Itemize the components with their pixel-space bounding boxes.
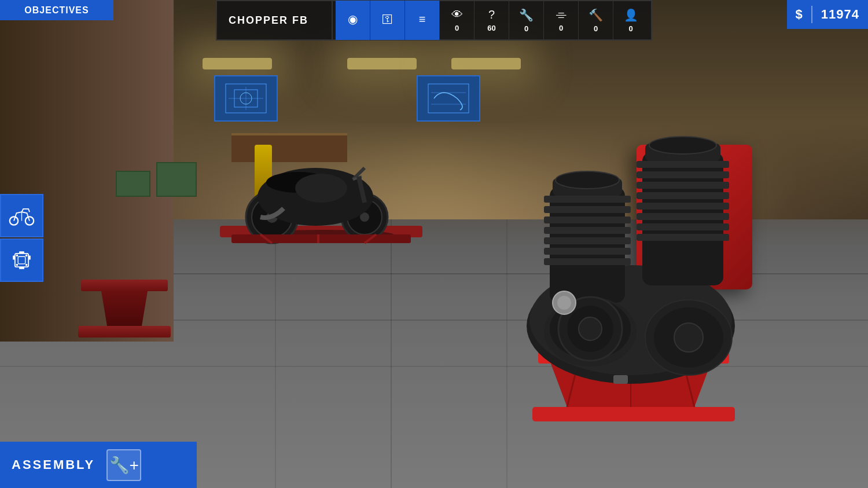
money-amount: 11974 — [821, 7, 859, 22]
engine-icon — [9, 247, 35, 273]
character-count: 0 — [628, 24, 632, 33]
inspect-count: 0 — [455, 24, 459, 32]
svg-rect-47 — [637, 182, 729, 189]
hammer-button[interactable]: 🔨0 — [579, 1, 613, 40]
svg-rect-37 — [544, 217, 631, 223]
ceiling-light-3 — [451, 58, 521, 69]
hammer-count: 0 — [594, 24, 598, 33]
svg-rect-65 — [613, 375, 628, 384]
svg-rect-41 — [544, 258, 631, 265]
svg-rect-45 — [637, 161, 729, 168]
svg-rect-35 — [544, 196, 631, 203]
headlights-icon: ◉ — [348, 12, 358, 26]
ceiling-light-2 — [347, 58, 417, 69]
help-count: 60 — [487, 24, 495, 32]
svg-rect-38 — [544, 227, 631, 234]
inspect-icon: 👁 — [451, 8, 463, 21]
tool-bar: ◉⚿≡👁0?60🔧0⌯0🔨0👤0 — [332, 0, 652, 41]
motorcycle-icon — [9, 203, 35, 229]
keys-button[interactable]: ⚿ — [370, 1, 405, 40]
engine-view-button[interactable] — [0, 239, 43, 282]
assembly-bar[interactable]: ASSEMBLY 🔧+ — [0, 442, 197, 488]
svg-rect-51 — [637, 223, 729, 230]
svg-rect-22 — [231, 234, 411, 243]
assembly-icon-box: 🔧+ — [106, 449, 141, 481]
svg-point-75 — [16, 264, 19, 266]
storage-box-2 — [116, 171, 150, 197]
motorcycle-on-lift — [214, 127, 434, 255]
motorcycle-view-button[interactable] — [0, 194, 43, 237]
svg-point-54 — [649, 137, 716, 154]
inspect-button[interactable]: 👁0 — [440, 1, 475, 40]
assembly-icon: 🔧+ — [109, 456, 139, 475]
keys-icon: ⚿ — [382, 13, 393, 26]
money-separator — [811, 6, 812, 23]
game-viewport — [0, 0, 868, 488]
measure-button[interactable]: ⌯0 — [544, 1, 579, 40]
svg-rect-39 — [544, 237, 631, 244]
svg-point-64 — [557, 296, 571, 310]
storage-box-1 — [156, 162, 197, 197]
svg-rect-40 — [544, 248, 631, 255]
svg-rect-78 — [19, 267, 24, 269]
svg-rect-26 — [532, 407, 735, 421]
svg-rect-34 — [550, 187, 625, 303]
svg-point-62 — [674, 323, 703, 352]
measure-count: 0 — [559, 24, 563, 32]
svg-rect-77 — [19, 251, 24, 254]
svg-rect-71 — [13, 255, 15, 259]
top-hud-bar: CHOPPER FB ◉⚿≡👁0?60🔧0⌯0🔨0👤0 — [216, 0, 652, 41]
parts-list-icon: ≡ — [419, 13, 426, 26]
money-display: $ 11974 — [787, 0, 868, 29]
help-button[interactable]: ?60 — [475, 1, 509, 40]
help-icon: ? — [488, 8, 495, 21]
svg-rect-70 — [18, 256, 25, 264]
repair-button[interactable]: 🔧0 — [509, 1, 544, 40]
measure-icon: ⌯ — [556, 8, 567, 21]
svg-rect-46 — [637, 171, 729, 178]
svg-rect-48 — [637, 192, 729, 199]
objectives-button[interactable]: Objectives — [0, 0, 113, 20]
engine-on-stand — [463, 83, 810, 488]
parts-list-button[interactable]: ≡ — [405, 1, 440, 40]
svg-rect-49 — [637, 203, 729, 210]
repair-count: 0 — [524, 24, 528, 33]
svg-point-74 — [25, 255, 28, 257]
svg-point-76 — [25, 264, 28, 266]
svg-rect-52 — [637, 234, 729, 241]
left-side-panel — [0, 194, 43, 283]
character-button[interactable]: 👤0 — [613, 1, 648, 40]
svg-rect-72 — [28, 255, 31, 259]
repair-icon: 🔧 — [519, 8, 534, 22]
svg-point-59 — [579, 317, 602, 340]
money-icon: $ — [796, 7, 803, 22]
assembly-label: ASSEMBLY — [12, 457, 95, 472]
ceiling-light-1 — [203, 58, 272, 69]
svg-point-73 — [16, 255, 19, 257]
headlights-button[interactable]: ◉ — [336, 1, 370, 40]
svg-point-18 — [295, 174, 347, 203]
character-icon: 👤 — [624, 8, 638, 22]
svg-rect-36 — [544, 206, 631, 213]
svg-rect-50 — [637, 213, 729, 220]
blueprint-panel-1 — [214, 75, 278, 122]
vehicle-name-plate: CHOPPER FB — [216, 0, 332, 41]
small-lift — [75, 280, 174, 337]
svg-point-43 — [556, 171, 619, 189]
hammer-icon: 🔨 — [589, 8, 603, 22]
